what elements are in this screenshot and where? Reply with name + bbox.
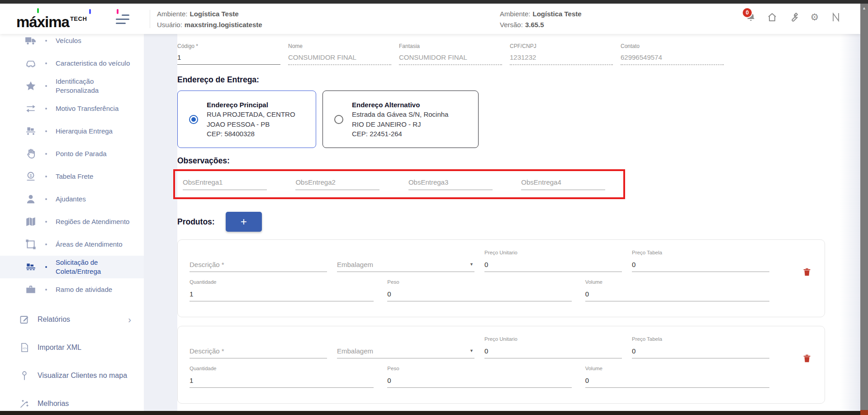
vertical-scrollbar[interactable]: ▲ [860,4,868,411]
preco-unitario-label: Preço Unitario [484,250,622,257]
sidebar-item-motivo-transferencia[interactable]: Motivo Transferência [0,97,144,120]
address-options-row: Endereço Principal RUA PROJETADA, CENTRO… [177,91,825,148]
map-icon [25,216,37,228]
volume-label: Volume [585,279,769,286]
sidebar-item-tabela-frete[interactable]: $ Tabela Frete [0,165,144,188]
bullet-dot [45,108,47,110]
descricao-input[interactable] [190,260,327,272]
address-title: Endereço Principal [207,100,295,110]
sidebar-item-melhorias[interactable]: Melhorias [0,391,144,411]
sidebar-section-list: Relatórios › </> Importar XML Visualizar… [0,307,144,411]
contato-field: Contato [621,43,724,65]
sidebar-toggle-button[interactable] [116,14,129,24]
sidebar-item-veiculos[interactable]: Veículos [0,34,144,52]
cpf-cnpj-field: CPF/CNPJ [510,43,613,65]
field-input[interactable] [288,52,391,65]
field-label: Fantasia [399,43,502,49]
sidebar-item-hierarquia-entrega[interactable]: Hierarquia Entrega [0,120,144,143]
notification-count-badge: 0 [742,7,753,18]
delete-product-button[interactable] [802,266,813,278]
field-label: Nome [288,43,391,49]
wand-icon [19,398,30,409]
bullet-dot [45,176,47,177]
bullet-dot [45,289,47,291]
sidebar-item-solicitacao-de-coleta-entrega[interactable]: Solicitação de Coleta/Entrega [0,256,144,278]
field-input[interactable] [177,52,280,65]
obs-entrega-1-input[interactable] [183,176,267,190]
address-cep: CEP: 58400328 [207,129,295,138]
preco-tabela-input[interactable] [632,346,769,358]
field-input[interactable] [510,52,613,65]
embalagem-select[interactable] [337,260,474,272]
sidebar-section-label: Importar XML [38,343,81,353]
volume-input[interactable] [585,376,769,388]
embalagem-select[interactable] [337,346,474,358]
home-icon[interactable] [767,12,778,23]
delete-product-button[interactable] [802,353,813,364]
obs-entrega-2-input[interactable] [295,176,379,190]
sidebar-item-caracteristica-do-veiculo[interactable]: Caracteristica do veículo [0,52,144,75]
route-icon[interactable] [830,12,841,23]
dropdown-caret-icon[interactable]: ▼ [470,262,474,267]
preco-unitario-input[interactable] [484,346,622,358]
field-input[interactable] [399,52,502,65]
scroll-up-icon[interactable]: ▲ [860,4,868,10]
environment-user-info: Ambiente:Logística Teste Usuário:maxstri… [157,9,262,30]
preco-tabela-input[interactable] [632,260,769,272]
logo-green-tick [37,8,39,13]
field-input[interactable] [621,52,724,65]
sidebar-item-label: Solicitação de Coleta/Entrega [56,258,135,277]
add-product-button[interactable]: + [226,212,262,232]
obs-entrega-3-input[interactable] [408,176,493,190]
quantidade-input[interactable] [190,376,374,388]
logo-pink-tick [117,9,119,14]
sidebar-item-regioes-de-atendimento[interactable]: Regiões de Atendimento [0,210,144,233]
sidebar-item-label: Caracteristica do veículo [56,59,130,68]
app-header: máximaTECH Ambiente:Logística Teste Usuá… [0,4,860,34]
endereco-alternativo-card[interactable]: Endereço Alternativo Estrada da Gávea S/… [323,91,479,148]
address-radio[interactable] [334,115,343,124]
bullet-dot [45,40,47,42]
sidebar-nav-list: Veículos Caracteristica do veículo Ident… [0,34,144,301]
briefcase-icon [25,284,37,296]
sidebar-item-areas-de-atendimento[interactable]: Áreas de Atendimento [0,233,144,256]
environment-version-info: Ambiente:Logística Teste Versão:3.65.5 [500,9,582,30]
wrench-icon[interactable] [788,12,799,23]
dropdown-caret-icon[interactable]: ▼ [470,348,474,353]
preco-unitario-label: Preço Unitario [484,336,622,343]
sidebar-section-label: Visualizar Clientes no mapa [38,371,127,381]
person-icon [25,193,37,205]
peso-input[interactable] [387,376,571,388]
bullet-dot [45,130,47,132]
customer-fields-row: Código * Nome Fantasia CPF/CNPJ Contato [177,43,825,65]
volume-input[interactable] [585,289,769,301]
address-radio[interactable] [189,115,198,124]
sidebar-item-ajudantes[interactable]: Ajudantes [0,188,144,210]
endereco-principal-card[interactable]: Endereço Principal RUA PROJETADA, CENTRO… [177,91,316,148]
window-bottom-bar [0,411,868,415]
sidebar-section-label: Relatórios [38,315,70,324]
peso-label: Peso [387,279,571,286]
preco-tabela-label: Preço Tabela [632,250,769,257]
field-label: Código * [177,43,280,49]
fantasia-field: Fantasia [399,43,502,65]
xml-icon: </> [19,342,30,353]
obs-entrega-4-input[interactable] [521,176,605,190]
sidebar-item-ramo-de-atividade[interactable]: Ramo de atividade [0,278,144,301]
money-icon: $ [25,171,37,182]
descricao-input[interactable] [190,346,327,358]
sidebar-item-importar-xml[interactable]: </> Importar XML [0,335,144,360]
sidebar-item-ponto-de-parada[interactable]: Ponto de Parada [0,143,144,165]
hand-icon [25,148,37,160]
peso-input[interactable] [387,289,571,301]
star-icon [25,80,37,92]
transfer-icon [25,103,37,114]
gear-icon[interactable]: ⚙ [809,12,820,23]
sidebar-item-visualizar-clientes-no-mapa[interactable]: Visualizar Clientes no mapa [0,363,144,388]
quantidade-input[interactable] [190,289,374,301]
sidebar-item-identificacao-personalizada[interactable]: Identificação Personalizada [0,75,144,97]
sidebar-item-label: Tabela Frete [56,172,93,181]
sidebar-item-relatorios[interactable]: Relatórios › [0,307,144,332]
preco-unitario-input[interactable] [484,260,622,272]
truck-icon [25,35,37,47]
